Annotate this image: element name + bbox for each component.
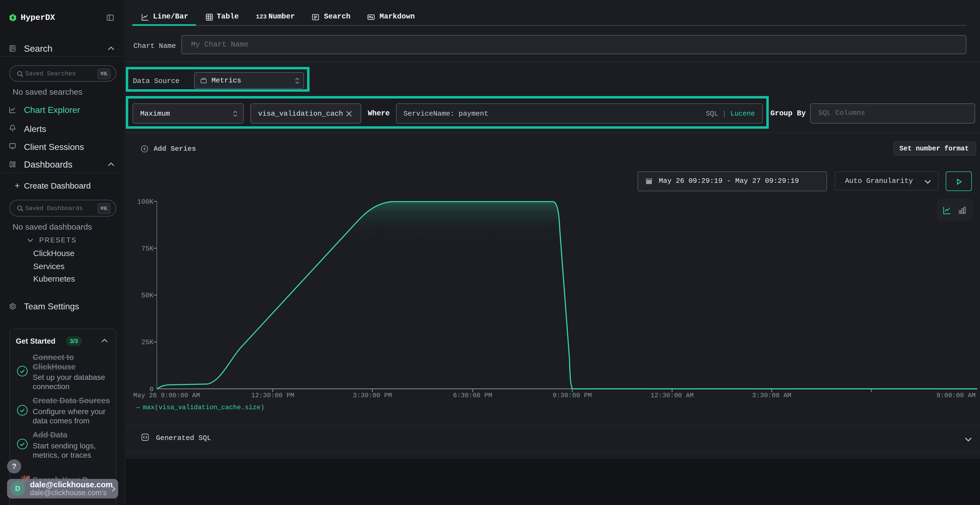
svg-text:9:00:00 AM: 9:00:00 AM <box>937 392 976 399</box>
svg-text:3:30:00 AM: 3:30:00 AM <box>752 392 791 399</box>
svg-text:6:30:00 PM: 6:30:00 PM <box>453 392 492 399</box>
svg-text:50K: 50K <box>141 292 154 300</box>
svg-text:100K: 100K <box>137 198 154 206</box>
svg-text:12:30:00 PM: 12:30:00 PM <box>251 392 294 399</box>
svg-text:12:30:00 AM: 12:30:00 AM <box>651 392 694 399</box>
svg-text:9:30:00 PM: 9:30:00 PM <box>553 392 592 399</box>
svg-text:75K: 75K <box>141 245 154 253</box>
svg-text:May 26 9:00:00 AM: May 26 9:00:00 AM <box>134 392 200 399</box>
svg-text:3:30:00 PM: 3:30:00 PM <box>353 392 392 399</box>
svg-text:25K: 25K <box>141 338 154 346</box>
